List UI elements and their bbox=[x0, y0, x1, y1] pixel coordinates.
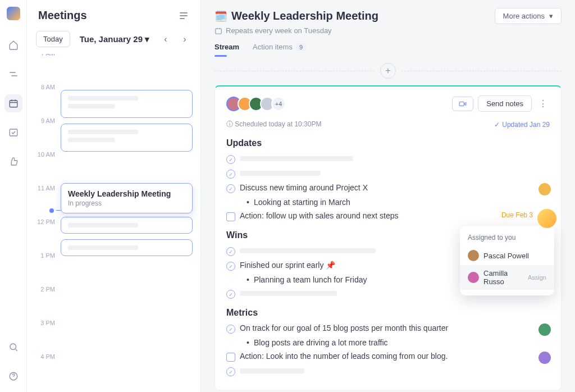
more-actions-button[interactable]: More actions ▾ bbox=[495, 8, 562, 24]
note-item[interactable]: Discuss new timing around Project X bbox=[226, 183, 550, 193]
check-icon[interactable] bbox=[226, 184, 235, 193]
check-icon[interactable] bbox=[226, 290, 235, 299]
note-item[interactable] bbox=[226, 154, 550, 164]
checkbox[interactable] bbox=[226, 212, 235, 221]
assignee-avatar[interactable] bbox=[539, 323, 551, 336]
app-logo bbox=[7, 7, 20, 20]
hour-label: 1 PM bbox=[33, 252, 55, 259]
assignee-avatar[interactable] bbox=[539, 352, 551, 364]
tasks-icon[interactable] bbox=[4, 124, 22, 142]
check-icon[interactable] bbox=[226, 170, 235, 179]
note-subitem[interactable]: Looking at starting in March bbox=[226, 198, 550, 207]
event-title: Weekly Leadership Meeting bbox=[68, 189, 185, 198]
calendar-icon[interactable] bbox=[4, 94, 22, 112]
due-date[interactable]: Due Feb 3 bbox=[501, 211, 533, 219]
today-button[interactable]: Today bbox=[36, 31, 70, 47]
thumbs-icon[interactable] bbox=[4, 153, 22, 171]
send-notes-button[interactable]: Send notes bbox=[478, 95, 532, 112]
nav-rail bbox=[0, 0, 27, 392]
assign-popover: Assigned to you Pascal Powell Camilla Ru… bbox=[460, 226, 554, 295]
repeat-icon bbox=[215, 27, 222, 35]
prev-day-button[interactable]: ‹ bbox=[159, 33, 172, 46]
note-item[interactable] bbox=[226, 168, 550, 179]
hour-label: 11 AM bbox=[33, 185, 55, 192]
hour-label: 3 PM bbox=[33, 320, 55, 326]
hour-label: 8 AM bbox=[33, 84, 55, 90]
assign-option[interactable]: Camilla RussoAssign bbox=[460, 265, 554, 290]
section-updates: Updates bbox=[226, 138, 550, 148]
hour-label: 10 AM bbox=[33, 151, 55, 158]
action-count-badge: 9 bbox=[296, 43, 306, 51]
search-icon[interactable] bbox=[4, 338, 22, 356]
date-picker[interactable]: Tue, January 29 ▾ bbox=[76, 34, 153, 44]
check-icon[interactable] bbox=[226, 155, 235, 164]
chevron-down-icon: ▾ bbox=[145, 34, 149, 44]
note-item[interactable] bbox=[226, 366, 550, 376]
svg-rect-4 bbox=[216, 28, 222, 33]
checkbox[interactable] bbox=[226, 353, 235, 362]
hour-label: 4 PM bbox=[33, 353, 55, 360]
hour-label: 12 PM bbox=[33, 218, 55, 225]
assignee-avatar-large[interactable] bbox=[537, 209, 556, 228]
note-subitem[interactable]: Blog posts are driving a lot more traffi… bbox=[226, 338, 550, 347]
calendar-event[interactable] bbox=[61, 239, 193, 256]
day-timeline[interactable]: 7 AM 8 AM 9 AM 10 AM 11 AM Weekly Leader… bbox=[27, 54, 200, 392]
main-panel: 🗓️ Weekly Leadership Meeting More action… bbox=[201, 0, 575, 392]
check-icon[interactable] bbox=[226, 262, 235, 271]
add-note-button[interactable]: + bbox=[380, 63, 396, 79]
meeting-card: +4 Send notes ⋮ ⓘ Scheduled today at 10:… bbox=[215, 85, 562, 390]
scheduled-text: ⓘ Scheduled today at 10:30PM bbox=[226, 120, 321, 129]
collapse-icon[interactable] bbox=[178, 10, 189, 21]
calendar-event[interactable] bbox=[61, 124, 193, 152]
svg-point-2 bbox=[10, 344, 16, 350]
page-title: Weekly Leadership Meeting bbox=[231, 10, 490, 22]
check-icon[interactable] bbox=[226, 247, 235, 256]
flow-icon[interactable] bbox=[4, 65, 22, 83]
svg-rect-1 bbox=[10, 129, 17, 136]
svg-rect-0 bbox=[10, 101, 17, 107]
chevron-down-icon: ▾ bbox=[549, 12, 553, 20]
next-day-button[interactable]: › bbox=[178, 33, 191, 46]
action-item[interactable]: Action: follow up with sales around next… bbox=[226, 211, 550, 221]
check-icon[interactable] bbox=[226, 325, 235, 334]
featured-event[interactable]: Weekly Leadership Meeting In progress bbox=[61, 183, 193, 213]
tab-stream[interactable]: Stream bbox=[215, 43, 239, 56]
assign-header: Assigned to you bbox=[460, 231, 554, 246]
tab-action-items[interactable]: Action items9 bbox=[253, 43, 306, 56]
assign-option[interactable]: Pascal Powell bbox=[460, 246, 554, 265]
home-icon[interactable] bbox=[4, 36, 22, 54]
note-item[interactable]: On track for our goal of 15 blog posts p… bbox=[226, 323, 550, 334]
svg-rect-5 bbox=[459, 102, 464, 106]
updated-text: ✓ Updated Jan 29 bbox=[494, 120, 550, 129]
calendar-emoji-icon: 🗓️ bbox=[215, 10, 227, 22]
video-button[interactable] bbox=[452, 97, 473, 111]
assignee-avatar[interactable] bbox=[539, 183, 551, 195]
calendar-event[interactable] bbox=[61, 90, 193, 118]
action-item[interactable]: Action: Look into the number of leads co… bbox=[226, 352, 550, 362]
check-icon[interactable] bbox=[226, 367, 235, 376]
section-metrics: Metrics bbox=[226, 308, 550, 318]
hour-label: 7 AM bbox=[33, 54, 55, 57]
event-subtitle: In progress bbox=[68, 199, 185, 207]
card-menu-icon[interactable]: ⋮ bbox=[536, 96, 550, 111]
help-icon[interactable] bbox=[4, 367, 22, 385]
sidebar-title: Meetings bbox=[38, 9, 172, 22]
avatar-more[interactable]: +4 bbox=[271, 97, 286, 111]
calendar-sidebar: Meetings Today Tue, January 29 ▾ ‹ › 7 A… bbox=[27, 0, 201, 392]
repeat-text: Repeats every week on Tuesday bbox=[215, 26, 562, 35]
hour-label: 2 PM bbox=[33, 286, 55, 293]
attendee-avatars[interactable]: +4 bbox=[226, 97, 286, 111]
hour-label: 9 AM bbox=[33, 117, 55, 124]
